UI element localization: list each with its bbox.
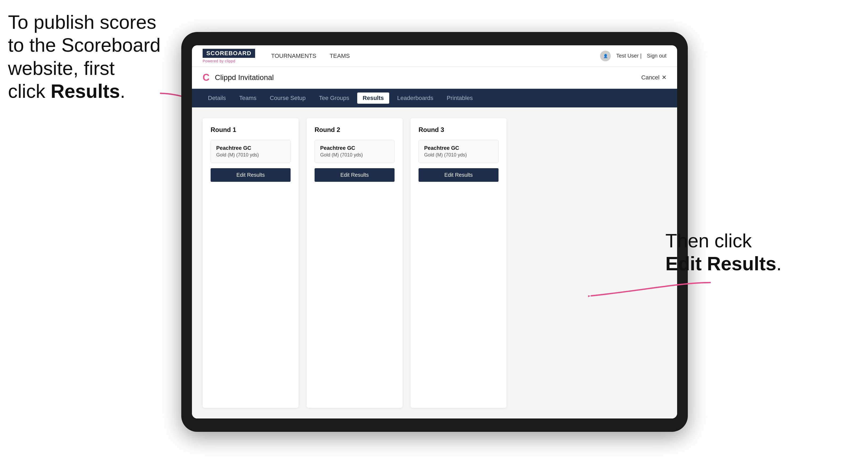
instruction-left: To publish scores to the Scoreboard webs… — [8, 11, 163, 103]
round-3-course-details: Gold (M) (7010 yds) — [424, 152, 493, 158]
round-1-course-name: Peachtree GC — [216, 145, 285, 151]
round-3-title: Round 3 — [418, 126, 498, 133]
cancel-button[interactable]: Cancel ✕ — [642, 74, 666, 81]
round-2-title: Round 2 — [315, 126, 395, 133]
edit-results-round1-button[interactable]: Edit Results — [211, 168, 290, 182]
user-label: Test User | — [616, 53, 642, 59]
nav-links: TOURNAMENTS TEAMS — [271, 53, 600, 59]
tab-details[interactable]: Details — [203, 93, 231, 104]
tablet-frame: SCOREBOARD Powered by clippd TOURNAMENTS… — [181, 32, 688, 432]
tab-course-setup[interactable]: Course Setup — [265, 93, 311, 104]
round-1-course-details: Gold (M) (7010 yds) — [216, 152, 285, 158]
tab-tee-groups[interactable]: Tee Groups — [314, 93, 355, 104]
logo-sub: Powered by clippd — [203, 59, 255, 63]
logo-text: SCOREBOARD — [203, 49, 255, 58]
edit-results-round3-button[interactable]: Edit Results — [418, 168, 498, 182]
round-3-card: Round 3 Peachtree GC Gold (M) (7010 yds)… — [410, 118, 506, 408]
instruction-right: Then click Edit Results. — [665, 229, 815, 275]
round-2-card: Round 2 Peachtree GC Gold (M) (7010 yds)… — [307, 118, 403, 408]
instruction-line2: to the Scoreboard — [8, 34, 160, 56]
nav-right: 👤 Test User | Sign out — [600, 51, 666, 61]
content-area: Round 1 Peachtree GC Gold (M) (7010 yds)… — [192, 107, 677, 418]
round-2-course-details: Gold (M) (7010 yds) — [320, 152, 389, 158]
tabs-bar: Details Teams Course Setup Tee Groups Re… — [192, 89, 677, 107]
round-2-course-name: Peachtree GC — [320, 145, 389, 151]
tab-leaderboards[interactable]: Leaderboards — [392, 93, 439, 104]
round-2-course-card: Peachtree GC Gold (M) (7010 yds) — [315, 140, 395, 163]
round-3-course-name: Peachtree GC — [424, 145, 493, 151]
tablet-screen: SCOREBOARD Powered by clippd TOURNAMENTS… — [192, 45, 677, 418]
instruction-line1: To publish scores — [8, 11, 156, 33]
instruction-line4: click Results. — [8, 81, 125, 102]
tournament-header: C Clippd Invitational Cancel ✕ — [192, 67, 677, 89]
tab-results[interactable]: Results — [357, 93, 389, 104]
edit-results-round2-button[interactable]: Edit Results — [315, 168, 395, 182]
nav-teams[interactable]: TEAMS — [330, 53, 350, 59]
tournament-title-area: C Clippd Invitational — [203, 72, 274, 83]
instruction-right-line2: Edit Results. — [665, 253, 782, 274]
round-1-title: Round 1 — [211, 126, 290, 133]
round-3-course-card: Peachtree GC Gold (M) (7010 yds) — [418, 140, 498, 163]
logo-area: SCOREBOARD Powered by clippd — [203, 49, 255, 63]
round-1-card: Round 1 Peachtree GC Gold (M) (7010 yds)… — [203, 118, 299, 408]
instruction-right-line1: Then click — [665, 230, 752, 251]
tournament-icon: C — [203, 72, 210, 83]
user-avatar: 👤 — [600, 51, 611, 61]
instruction-line3: website, first — [8, 58, 115, 79]
tournament-name: Clippd Invitational — [215, 73, 274, 82]
sign-out-link[interactable]: Sign out — [647, 53, 666, 59]
tab-printables[interactable]: Printables — [441, 93, 478, 104]
tab-teams[interactable]: Teams — [234, 93, 262, 104]
nav-tournaments[interactable]: TOURNAMENTS — [271, 53, 316, 59]
top-nav: SCOREBOARD Powered by clippd TOURNAMENTS… — [192, 45, 677, 67]
round-1-course-card: Peachtree GC Gold (M) (7010 yds) — [211, 140, 290, 163]
